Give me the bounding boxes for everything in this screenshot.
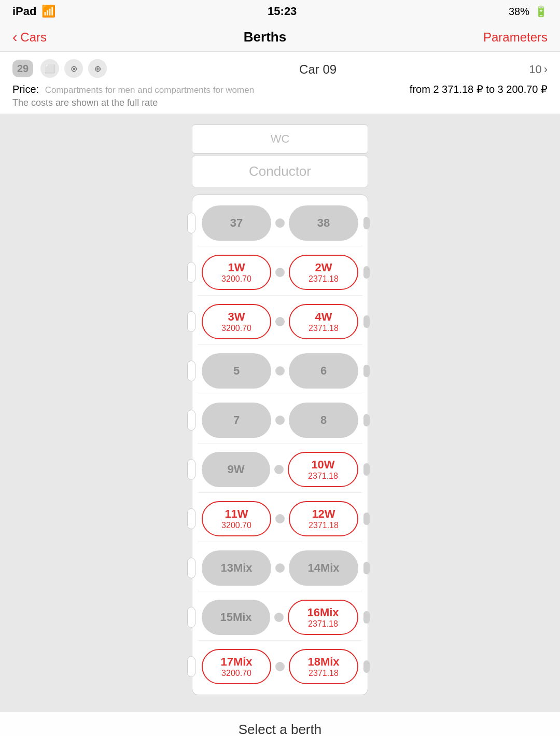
price-note: The costs are shown at the full rate (12, 98, 548, 108)
chevron-right-icon: › (544, 63, 548, 76)
berth-8: 8 (289, 403, 358, 438)
berth-18Mix[interactable]: 18Mix2371.18 (289, 649, 358, 684)
berth-price: 2371.18 (308, 472, 338, 481)
berth-number: 11W (225, 507, 248, 521)
nav-bar: ‹ Cars Berths Parameters (0, 23, 560, 52)
select-bar[interactable]: Select a berth (0, 712, 560, 747)
berth-38: 38 (289, 205, 358, 241)
right-connector (363, 365, 370, 377)
side-handle (187, 262, 195, 283)
price-range: from 2 371.18 ₽ to 3 200.70 ₽ (410, 83, 548, 95)
compartment-row: 56 (198, 348, 362, 394)
berth-number: 1W (228, 261, 245, 274)
berth-number: 4W (315, 310, 332, 324)
select-bar-label: Select a berth (239, 722, 321, 737)
side-handle (187, 656, 195, 677)
berth-number: 17Mix (220, 655, 252, 669)
compartment-row: 3W3200.704W2371.18 (198, 299, 362, 345)
berth-price: 3200.70 (221, 324, 251, 333)
berth-3W[interactable]: 3W3200.70 (202, 304, 271, 339)
berth-7: 7 (202, 403, 271, 438)
berth-15Mix: 15Mix (202, 600, 270, 635)
berth-price: 2371.18 (309, 274, 339, 284)
status-time: 15:23 (268, 5, 297, 18)
berth-4W[interactable]: 4W2371.18 (289, 304, 358, 339)
car-number-nav[interactable]: 10 › (529, 63, 548, 76)
parameters-button[interactable]: Parameters (483, 30, 548, 45)
berth-number: 16Mix (307, 606, 339, 619)
berth-number: 7 (233, 413, 240, 427)
right-connector (363, 463, 370, 476)
berth-connector (275, 514, 285, 523)
berth-number: 3W (228, 310, 245, 324)
right-connector (363, 266, 370, 279)
berth-connector (275, 416, 285, 425)
compartment-row: 11W3200.7012W2371.18 (198, 496, 362, 542)
berth-connector (275, 317, 285, 326)
side-handle (187, 410, 195, 431)
train-car-wrapper: WC Conductor 37381W3200.702W2371.183W320… (181, 125, 379, 695)
side-handle (187, 213, 195, 233)
compartment-row: 15Mix16Mix2371.18 (198, 594, 362, 641)
price-label: Price: Compartments for men and compartm… (12, 84, 254, 95)
berth-number: 2W (315, 261, 332, 274)
compartment-row: 9W10W2371.18 (198, 447, 362, 493)
berth-connector (275, 218, 285, 228)
berth-number: 14Mix (307, 561, 339, 575)
car-header: 29 ⬜ ⊗ ⊕ Car 09 10 › Price: Compartments… (0, 52, 560, 114)
berth-5: 5 (202, 353, 271, 389)
berth-10W[interactable]: 10W2371.18 (288, 452, 358, 487)
berth-number: 6 (320, 364, 327, 378)
berth-connector (274, 465, 284, 474)
berth-17Mix[interactable]: 17Mix3200.70 (202, 649, 271, 684)
car-icon-female: ⊗ (64, 59, 83, 78)
right-connector (363, 217, 370, 229)
compartment-row: 78 (198, 397, 362, 444)
berth-number: 8 (320, 413, 327, 427)
berth-number: 5 (233, 364, 240, 378)
status-left: iPad 📶 (12, 5, 55, 18)
right-connector (363, 611, 370, 624)
compartment-row: 3738 (198, 200, 362, 246)
berth-number: 15Mix (220, 611, 251, 624)
wifi-icon: 📶 (41, 5, 55, 18)
nav-title: Berths (244, 29, 286, 45)
berth-connector (275, 563, 285, 573)
car-icon-berth: ⬜ (40, 59, 59, 78)
chevron-left-icon: ‹ (12, 29, 17, 46)
berth-number: 18Mix (307, 655, 339, 669)
side-handle (187, 508, 195, 529)
berth-number: 13Mix (220, 561, 252, 575)
berth-price: 3200.70 (221, 669, 251, 678)
right-connector (363, 414, 370, 426)
side-handle (187, 361, 195, 381)
status-right: 38% 🔋 (509, 5, 548, 18)
berth-11W[interactable]: 11W3200.70 (202, 501, 271, 536)
berth-9W: 9W (202, 452, 270, 487)
berth-number: 12W (312, 507, 335, 521)
device-label: iPad (12, 5, 36, 18)
berth-1W[interactable]: 1W3200.70 (202, 255, 271, 290)
car-count-badge: 29 (12, 60, 33, 77)
car-header-top: 29 ⬜ ⊗ ⊕ Car 09 10 › (12, 59, 548, 80)
berth-12W[interactable]: 12W2371.18 (289, 501, 358, 536)
berth-6: 6 (289, 353, 358, 389)
compartment-row: 1W3200.702W2371.18 (198, 250, 362, 296)
berth-14Mix: 14Mix (289, 550, 358, 586)
right-connector (363, 315, 370, 328)
berth-16Mix[interactable]: 16Mix2371.18 (288, 600, 358, 635)
car-icons-row: 29 ⬜ ⊗ ⊕ (12, 59, 107, 78)
berth-price: 2371.18 (309, 669, 339, 678)
berth-2W[interactable]: 2W2371.18 (289, 255, 358, 290)
side-handle (187, 607, 195, 628)
conductor-box: Conductor (192, 156, 368, 187)
icon-note-text: Compartments for men and compartments fo… (45, 85, 254, 95)
wc-box: WC (192, 125, 368, 154)
back-label: Cars (20, 30, 47, 45)
compartment-row: 17Mix3200.7018Mix2371.18 (198, 644, 362, 689)
berth-connector (275, 268, 285, 277)
side-handle (187, 558, 195, 578)
berth-price: 2371.18 (309, 324, 339, 333)
status-bar: iPad 📶 15:23 38% 🔋 (0, 0, 560, 23)
back-button[interactable]: ‹ Cars (12, 29, 47, 46)
